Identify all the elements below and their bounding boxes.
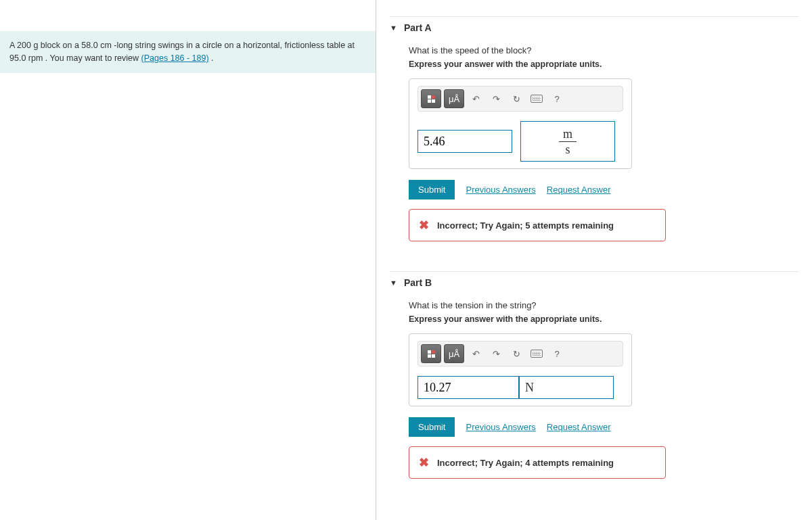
part-a-body: What is the speed of the block? Express … — [390, 39, 798, 255]
submit-button[interactable]: Submit — [409, 180, 455, 199]
part-b-answer-box: μÅ ↶ ↷ ↻ ? N — [409, 333, 632, 406]
part-b-question: What is the tension in the string? — [409, 300, 798, 310]
templates-button[interactable] — [421, 89, 441, 108]
part-a-header[interactable]: ▼ Part A — [390, 16, 798, 39]
part-a-title: Part A — [404, 22, 432, 33]
reset-button[interactable]: ↻ — [508, 344, 525, 363]
review-pages-link[interactable]: (Pages 186 - 189) — [141, 53, 209, 63]
help-button[interactable]: ? — [548, 89, 566, 108]
part-a-feedback: ✖ Incorrect; Try Again; 5 attempts remai… — [409, 209, 666, 241]
chevron-down-icon: ▼ — [390, 279, 397, 287]
undo-button[interactable]: ↶ — [467, 344, 484, 363]
keyboard-button[interactable] — [528, 89, 545, 108]
part-b-body: What is the tension in the string? Expre… — [390, 293, 798, 492]
redo-button[interactable]: ↷ — [487, 344, 505, 363]
templates-button[interactable] — [421, 344, 441, 363]
keyboard-icon — [531, 350, 543, 358]
fraction-unit: m s — [559, 128, 577, 156]
problem-column: A 200 g block on a 58.0 cm -long string … — [0, 0, 376, 520]
problem-statement: A 200 g block on a 58.0 cm -long string … — [0, 31, 376, 73]
part-b-hint: Express your answer with the appropriate… — [409, 314, 798, 324]
previous-answers-link[interactable]: Previous Answers — [466, 422, 535, 432]
problem-text-after: . — [211, 53, 213, 63]
unit-denominator: s — [565, 142, 570, 156]
part-a-actions: Submit Previous Answers Request Answer — [409, 180, 798, 199]
submit-button[interactable]: Submit — [409, 417, 455, 437]
part-a-unit-input[interactable]: m s — [520, 121, 615, 162]
part-b-feedback: ✖ Incorrect; Try Again; 4 attempts remai… — [409, 446, 666, 479]
part-b-title: Part B — [404, 277, 432, 288]
part-b-unit-input[interactable]: N — [519, 376, 614, 399]
units-button[interactable]: μÅ — [444, 89, 464, 108]
redo-button[interactable]: ↷ — [487, 89, 505, 108]
request-answer-link[interactable]: Request Answer — [547, 422, 611, 432]
part-a-toolbar: μÅ ↶ ↷ ↻ ? — [418, 86, 623, 112]
incorrect-icon: ✖ — [419, 455, 429, 470]
templates-icon — [428, 95, 435, 103]
answer-column: ▼ Part A What is the speed of the block?… — [376, 0, 812, 520]
part-a-feedback-text: Incorrect; Try Again; 5 attempts remaini… — [437, 220, 614, 231]
part-a-question: What is the speed of the block? — [409, 45, 798, 55]
part-a-value-input[interactable] — [418, 130, 512, 153]
part-a-answer-box: μÅ ↶ ↷ ↻ ? m s — [409, 78, 632, 169]
keyboard-icon — [531, 95, 543, 103]
part-b-toolbar: μÅ ↶ ↷ ↻ ? — [418, 341, 623, 367]
request-answer-link[interactable]: Request Answer — [547, 185, 611, 195]
part-b-feedback-text: Incorrect; Try Again; 4 attempts remaini… — [437, 458, 614, 468]
reset-button[interactable]: ↻ — [508, 89, 525, 108]
part-b-value-input[interactable] — [418, 376, 519, 399]
unit-numerator: m — [559, 128, 577, 142]
undo-button[interactable]: ↶ — [467, 89, 484, 108]
chevron-down-icon: ▼ — [390, 24, 397, 32]
incorrect-icon: ✖ — [419, 218, 429, 233]
units-button[interactable]: μÅ — [444, 344, 464, 363]
part-a-inputs: m s — [418, 121, 623, 162]
previous-answers-link[interactable]: Previous Answers — [466, 185, 535, 195]
part-b-header[interactable]: ▼ Part B — [390, 271, 798, 293]
part-b-inputs: N — [418, 376, 623, 399]
keyboard-button[interactable] — [528, 344, 545, 363]
templates-icon — [428, 350, 435, 358]
help-button[interactable]: ? — [548, 344, 566, 363]
part-b-actions: Submit Previous Answers Request Answer — [409, 417, 798, 437]
part-a-hint: Express your answer with the appropriate… — [409, 60, 798, 69]
